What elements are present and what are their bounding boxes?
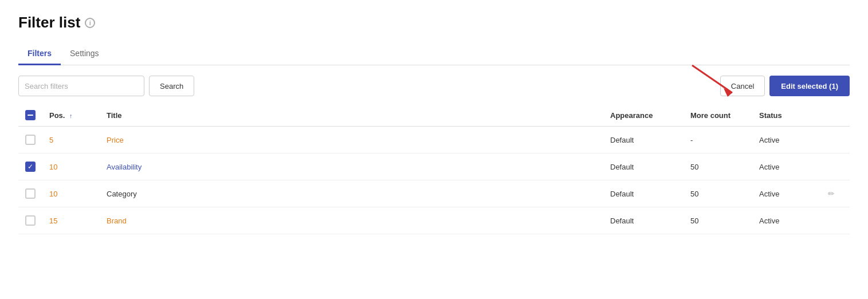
row-appearance: Default xyxy=(603,180,684,207)
row-title[interactable]: Category xyxy=(100,180,603,207)
row-actions xyxy=(821,207,850,234)
row-title[interactable]: Availability xyxy=(100,154,603,180)
row-title[interactable]: Brand xyxy=(100,207,603,234)
row-checkbox[interactable]: ✓ xyxy=(25,162,36,172)
table-row: ✓10AvailabilityDefault50Active xyxy=(18,154,850,180)
page-container: Filter list i Filters Settings Search Ca… xyxy=(0,0,868,299)
row-more-count: 50 xyxy=(684,180,752,207)
row-pos: 10 xyxy=(42,180,100,207)
row-status: Active xyxy=(752,180,821,207)
edit-selected-button[interactable]: Edit selected (1) xyxy=(769,76,850,96)
row-pos: 5 xyxy=(42,127,100,154)
tab-filters[interactable]: Filters xyxy=(18,43,61,65)
page-title: Filter list xyxy=(18,14,80,32)
row-more-count: 50 xyxy=(684,154,752,180)
header-actions xyxy=(821,104,850,127)
row-appearance: Default xyxy=(603,127,684,154)
filters-table: Pos. ↑ Title Appearance More count Statu… xyxy=(18,104,850,234)
search-button[interactable]: Search xyxy=(149,76,194,96)
page-title-row: Filter list i xyxy=(18,14,850,32)
table-header-row: Pos. ↑ Title Appearance More count Statu… xyxy=(18,104,850,127)
row-actions xyxy=(821,127,850,154)
header-checkbox-col xyxy=(18,104,42,127)
info-icon[interactable]: i xyxy=(85,18,95,28)
header-pos[interactable]: Pos. ↑ xyxy=(42,104,100,127)
header-status: Status xyxy=(752,104,821,127)
row-more-count: 50 xyxy=(684,207,752,234)
row-more-count: - xyxy=(684,127,752,154)
header-more-count: More count xyxy=(684,104,752,127)
table-row: 5PriceDefault-Active xyxy=(18,127,850,154)
row-checkbox[interactable] xyxy=(25,135,36,145)
table-container: Pos. ↑ Title Appearance More count Statu… xyxy=(18,104,850,234)
tab-settings[interactable]: Settings xyxy=(61,43,108,65)
edit-icon[interactable]: ✏ xyxy=(828,189,835,198)
row-actions xyxy=(821,154,850,180)
row-status: Active xyxy=(752,154,821,180)
row-checkbox[interactable] xyxy=(25,215,36,226)
action-group: Cancel Edit selected (1) xyxy=(720,76,850,96)
row-status: Active xyxy=(752,127,821,154)
row-appearance: Default xyxy=(603,207,684,234)
tabs-row: Filters Settings xyxy=(18,43,850,65)
table-row: 10CategoryDefault50Active✏ xyxy=(18,180,850,207)
header-appearance: Appearance xyxy=(603,104,684,127)
toolbar-row: Search Cancel Edit selected (1) xyxy=(18,65,850,104)
sort-arrow-icon: ↑ xyxy=(69,112,73,119)
cancel-button[interactable]: Cancel xyxy=(720,76,765,96)
row-title[interactable]: Price xyxy=(100,127,603,154)
row-status: Active xyxy=(752,207,821,234)
row-pos: 10 xyxy=(42,154,100,180)
row-appearance: Default xyxy=(603,154,684,180)
search-group: Search xyxy=(18,76,194,96)
table-row: 15BrandDefault50Active xyxy=(18,207,850,234)
select-all-checkbox[interactable] xyxy=(25,110,36,120)
row-checkbox[interactable] xyxy=(25,188,36,199)
row-actions: ✏ xyxy=(821,180,850,207)
search-input[interactable] xyxy=(18,76,144,96)
row-pos: 15 xyxy=(42,207,100,234)
header-title: Title xyxy=(100,104,603,127)
